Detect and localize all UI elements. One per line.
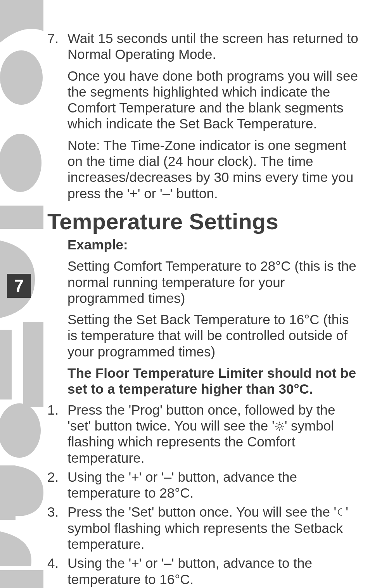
paragraph-bold: The Floor Temperature Limiter should not… (67, 365, 362, 397)
svg-point-9 (278, 424, 281, 428)
list-item: 7. Wait 15 seconds until the screen has … (47, 30, 362, 201)
svg-rect-4 (0, 330, 12, 399)
paragraph: Once you have done both programs you wil… (67, 68, 362, 132)
svg-rect-5 (23, 322, 43, 407)
section-heading: Temperature Settings (47, 208, 362, 234)
paragraph: Setting the Set Back Temperature to 16°C… (67, 311, 362, 360)
list-item: 2. Using the '+' or '–' button, advance … (47, 469, 362, 501)
text-run: Press the 'Set' button once. You will se… (67, 504, 336, 519)
example-label: Example: (67, 237, 362, 252)
list-number: 2. (47, 469, 67, 501)
list-body: Using the '+' or '–' button, advance to … (67, 555, 362, 587)
list-body: Press the 'Set' button once. You will se… (67, 504, 362, 552)
list-body: Using the '+' or '–' button, advance the… (67, 469, 362, 501)
svg-line-15 (282, 428, 283, 429)
svg-point-6 (0, 403, 41, 458)
svg-line-14 (276, 423, 277, 424)
sun-icon (275, 418, 285, 433)
svg-rect-3 (0, 206, 43, 229)
svg-rect-7 (0, 465, 16, 520)
list-number: 1. (47, 402, 67, 466)
page-number: 7 (7, 274, 31, 298)
content-column: 7. Wait 15 seconds until the screen has … (47, 30, 362, 588)
page: 7 7. Wait 15 seconds until the screen ha… (0, 0, 370, 588)
paragraph: Note: The Time-Zone indicator is one seg… (67, 137, 362, 201)
list-item: 3. Press the 'Set' button once. You will… (47, 504, 362, 552)
ordered-list-1: 7. Wait 15 seconds until the screen has … (47, 30, 362, 201)
list-number: 4. (47, 555, 67, 587)
svg-point-2 (0, 134, 41, 192)
list-item: 1. Press the 'Prog' button once, followe… (47, 402, 362, 466)
list-number: 7. (47, 30, 67, 201)
list-body: Wait 15 seconds until the screen has ret… (67, 30, 362, 201)
svg-point-1 (0, 50, 43, 105)
moon-icon (336, 504, 346, 519)
svg-line-17 (282, 423, 283, 424)
list-item: 4. Using the '+' or '–' button, advance … (47, 555, 362, 587)
list-number: 3. (47, 504, 67, 552)
paragraph: Setting Comfort Temperature to 28°C (thi… (67, 258, 362, 306)
ordered-list-2: 1. Press the 'Prog' button once, followe… (47, 402, 362, 587)
paragraph: Wait 15 seconds until the screen has ret… (67, 30, 362, 62)
svg-rect-8 (0, 570, 43, 588)
svg-line-16 (276, 428, 277, 429)
list-body: Press the 'Prog' button once, followed b… (67, 402, 362, 466)
